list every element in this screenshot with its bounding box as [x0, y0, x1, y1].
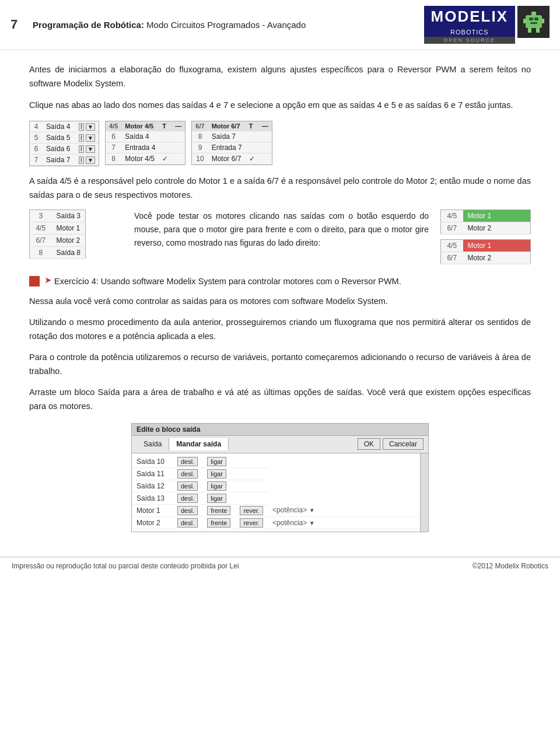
svg-rect-8 — [536, 28, 540, 33]
dialog-buttons: OK Cancelar — [358, 438, 424, 450]
dialog-title: Edite o bloco saída — [136, 425, 200, 434]
motor-right-top: 4/5 Motor 1 6/7 Motor 2 — [440, 209, 531, 235]
table-row: 4/5 Motor 1 — [441, 240, 531, 252]
footer-right: ©2012 Modelix Robotics — [473, 562, 548, 570]
svg-rect-5 — [523, 19, 526, 23]
svg-rect-1 — [529, 18, 533, 20]
table-row: 6/7 Motor 2 — [441, 252, 531, 264]
table-header: 4/5 Motor 4/5 T — — [106, 121, 185, 131]
exercise-text: Exercício 4: Usando software Modelix Sys… — [54, 275, 401, 289]
logo-open: OPEN SOURCE — [424, 37, 515, 44]
robot-icon — [517, 6, 550, 38]
page-number: 7 — [10, 17, 24, 32]
table-row: 7 Saída 7 I ▼ — [30, 155, 99, 166]
exercise-row: ➤ Exercício 4: Usando software Modelix S… — [29, 275, 531, 289]
motor-left-table: 3 Saída 3 4/5 Motor 1 6/7 Motor 2 8 Saíd… — [29, 209, 123, 259]
table-row: 8 Saída 8 — [30, 247, 86, 259]
table-row: 9 Entrada 7 — [192, 142, 271, 153]
ui-table1: 4 Saída 4 I ▼ 5 Saída 5 I ▼ 6 Saída 6 I … — [29, 121, 99, 166]
para-para: Para o controle da potência utilizaremos… — [29, 351, 531, 379]
main-content: Antes de iniciarmos a elaboração do flux… — [0, 50, 560, 551]
para-arraste: Arraste um bloco Saída para a área de tr… — [29, 386, 531, 414]
intro-para2: Clique nas abas ao lado dos nomes das sa… — [29, 99, 531, 113]
table-row: Saída 12 desl. ligar — [132, 480, 428, 492]
cancel-button[interactable]: Cancelar — [383, 438, 424, 450]
table-row: 6 Saída 4 — [106, 131, 185, 142]
table-row: 5 Saída 5 I ▼ — [30, 132, 99, 144]
table-row: Saída 11 desl. ligar — [132, 467, 428, 480]
para-nessa: Nessa aula você verá como controlar as s… — [29, 295, 531, 309]
table-row: Saída 13 desl. ligar — [132, 492, 428, 504]
motor-right-bottom: 4/5 Motor 1 6/7 Motor 2 — [440, 239, 531, 264]
section1-text: A saída 4/5 é a responsável pelo control… — [29, 174, 531, 202]
svg-rect-3 — [530, 22, 537, 24]
scrollbar[interactable] — [420, 453, 428, 532]
dialog-content: Saída 10 desl. ligar Saída 11 desl. liga… — [132, 453, 428, 532]
table-row: 6/7 Motor 2 — [30, 235, 86, 247]
dialog-title-bar: Edite o bloco saída — [132, 424, 428, 436]
exercise-arrow-icon: ➤ — [44, 275, 52, 285]
para-utilizando: Utilizando o mesmo procedimento da aula … — [29, 316, 531, 344]
table-row: 3 Saída 3 — [30, 210, 86, 222]
ui-table3: 6/7 Motor 6/7 T — 8 Saída 7 9 Entrada 7 … — [191, 121, 272, 165]
svg-rect-4 — [531, 12, 536, 15]
motor-left-data: 3 Saída 3 4/5 Motor 1 6/7 Motor 2 8 Saíd… — [29, 209, 86, 259]
table-row: 6 Saída 6 I ▼ — [30, 144, 99, 155]
table-row: 7 Entrada 4 — [106, 142, 185, 153]
header-title: Programação de Robótica: Modo Circuitos … — [33, 20, 424, 30]
motor-right-tables: 4/5 Motor 1 6/7 Motor 2 4/5 Motor 1 6/7 … — [440, 209, 531, 264]
header-title-bold: Programação de Robótica: — [33, 20, 144, 30]
exercise-square-icon — [29, 276, 40, 287]
table-row: Saída 10 desl. ligar — [132, 456, 428, 468]
ui-tables-row: 4 Saída 4 I ▼ 5 Saída 5 I ▼ 6 Saída 6 I … — [29, 121, 531, 166]
svg-rect-0 — [526, 15, 542, 28]
table-row: 10 Motor 6/7 ✓ — [192, 153, 271, 165]
dialog-screenshot: Edite o bloco saída Saída Mandar saída O… — [131, 423, 429, 532]
motor-section-text: Você pode testar os motores clicando nas… — [134, 209, 429, 250]
table-row: Motor 2 desl. frente rever. <potência> ▼ — [132, 516, 428, 529]
dialog-tabs: Saída Mandar saída — [136, 438, 229, 450]
page-header: 7 Programação de Robótica: Modo Circuito… — [0, 0, 560, 50]
tab-saida[interactable]: Saída — [136, 438, 169, 450]
table-row: 4/5 Motor 1 — [30, 222, 86, 235]
table-header: 6/7 Motor 6/7 T — — [192, 121, 271, 131]
ok-button[interactable]: OK — [358, 438, 380, 450]
tab-mandar-saida[interactable]: Mandar saída — [169, 438, 229, 450]
footer-left: Impressão ou reprodução total ou parcial… — [12, 562, 239, 570]
table-row: 6/7 Motor 2 — [441, 222, 531, 235]
logo-area: MODELIX ROBOTICS OPEN SOURCE — [424, 6, 550, 44]
page-footer: Impressão ou reprodução total ou parcial… — [0, 557, 560, 575]
table-row: 4/5 Motor 1 — [441, 210, 531, 222]
dialog-table: Saída 10 desl. ligar Saída 11 desl. liga… — [132, 456, 428, 529]
table-row: Motor 1 desl. frente rever. <potência> ▼ — [132, 504, 428, 516]
intro-para1: Antes de iniciarmos a elaboração do flux… — [29, 63, 531, 91]
svg-rect-7 — [528, 28, 531, 33]
table-row: 8 Motor 4/5 ✓ — [106, 153, 185, 165]
svg-rect-6 — [542, 19, 544, 23]
table-row: 8 Saída 7 — [192, 131, 271, 142]
ui-table2: 4/5 Motor 4/5 T — 6 Saída 4 7 Entrada 4 … — [105, 121, 186, 165]
logo-sub: ROBOTICS — [424, 27, 515, 37]
svg-rect-2 — [534, 18, 538, 20]
motor-demo: 3 Saída 3 4/5 Motor 1 6/7 Motor 2 8 Saíd… — [29, 209, 531, 264]
logo-main: MODELIX — [424, 6, 515, 27]
table-row: 4 Saída 4 I ▼ — [30, 121, 99, 132]
